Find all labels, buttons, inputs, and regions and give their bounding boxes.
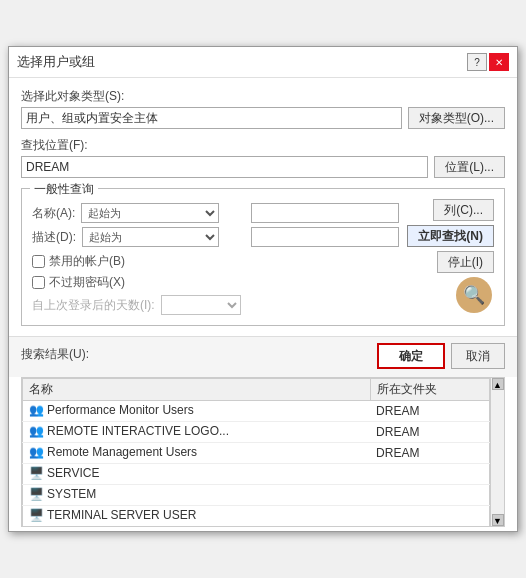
desc-label: 描述(D):	[32, 229, 76, 246]
object-type-button[interactable]: 对象类型(O)...	[408, 107, 505, 129]
query-section-row: 名称(A): 起始为 描述(D): 起始为	[32, 197, 494, 317]
table-row[interactable]: 👥Remote Management UsersDREAM	[23, 443, 490, 464]
days-row: 自上次登录后的天数(I):	[32, 295, 399, 315]
col-folder: 所在文件夹	[370, 379, 489, 401]
table-header-row: 名称 所在文件夹	[23, 379, 490, 401]
table-row[interactable]: 👥Performance Monitor UsersDREAM	[23, 401, 490, 422]
days-select[interactable]	[161, 295, 241, 315]
col-name: 名称	[23, 379, 371, 401]
location-row: 位置(L)...	[21, 156, 505, 178]
results-label: 搜索结果(U):	[21, 346, 371, 363]
dialog-title: 选择用户或组	[17, 53, 95, 71]
name-row: 名称(A): 起始为	[32, 203, 399, 223]
general-query-box: 一般性查询 名称(A): 起始为 描述(D):	[21, 188, 505, 326]
ok-cancel-row: 搜索结果(U): 确定 取消	[9, 336, 517, 377]
cell-folder	[370, 485, 489, 506]
object-type-label: 选择此对象类型(S):	[21, 88, 505, 105]
no-expire-pwd-check[interactable]: 不过期密码(X)	[32, 274, 399, 291]
object-type-row: 对象类型(O)...	[21, 107, 505, 129]
location-label: 查找位置(F):	[21, 137, 505, 154]
cancel-button[interactable]: 取消	[451, 343, 505, 369]
cell-folder: DREAM	[370, 401, 489, 422]
desc-input[interactable]	[251, 227, 399, 247]
close-button[interactable]: ✕	[489, 53, 509, 71]
cell-name: 🖥️SYSTEM	[23, 485, 371, 506]
name-input[interactable]	[251, 203, 399, 223]
query-left: 名称(A): 起始为 描述(D): 起始为	[32, 197, 399, 315]
location-button[interactable]: 位置(L)...	[434, 156, 505, 178]
cell-name: 👥Remote Management Users	[23, 443, 371, 464]
table-row[interactable]: 👥REMOTE INTERACTIVE LOGO...DREAM	[23, 422, 490, 443]
table-wrapper: 名称 所在文件夹 👥Performance Monitor UsersDREAM…	[21, 377, 505, 527]
location-section: 查找位置(F): 位置(L)...	[21, 137, 505, 178]
desc-select[interactable]: 起始为	[82, 227, 219, 247]
col-button[interactable]: 列(C)...	[433, 199, 494, 221]
search-icon-area: 🔍	[454, 277, 494, 317]
checkboxes: 禁用的帐户(B) 不过期密码(X)	[32, 253, 399, 291]
general-query-title: 一般性查询	[30, 181, 98, 198]
results-section: 名称 所在文件夹 👥Performance Monitor UsersDREAM…	[9, 377, 517, 531]
table-row[interactable]: 🖥️SYSTEM	[23, 485, 490, 506]
cell-name: 🖥️TERMINAL SERVER USER	[23, 506, 371, 527]
cell-folder	[370, 464, 489, 485]
query-right-buttons: 列(C)... 立即查找(N) 停止(I) 🔍	[407, 197, 494, 317]
select-user-dialog: 选择用户或组 ? ✕ 选择此对象类型(S): 对象类型(O)... 查找位置(F…	[8, 46, 518, 532]
cell-name: 🖥️SERVICE	[23, 464, 371, 485]
disabled-accounts-check[interactable]: 禁用的帐户(B)	[32, 253, 399, 270]
name-select[interactable]: 起始为	[81, 203, 219, 223]
days-label: 自上次登录后的天数(I):	[32, 297, 155, 314]
object-type-input[interactable]	[21, 107, 402, 129]
find-now-button[interactable]: 立即查找(N)	[407, 225, 494, 247]
results-table: 名称 所在文件夹 👥Performance Monitor UsersDREAM…	[22, 378, 490, 526]
title-bar: 选择用户或组 ? ✕	[9, 47, 517, 78]
stop-button[interactable]: 停止(I)	[437, 251, 494, 273]
help-button[interactable]: ?	[467, 53, 487, 71]
scrollbar[interactable]: ▲ ▼	[490, 378, 504, 526]
search-magnifier-icon: 🔍	[456, 277, 492, 313]
title-controls: ? ✕	[467, 53, 509, 71]
table-row[interactable]: 🖥️SERVICE	[23, 464, 490, 485]
name-label: 名称(A):	[32, 205, 75, 222]
dialog-body: 选择此对象类型(S): 对象类型(O)... 查找位置(F): 位置(L)...…	[9, 78, 517, 336]
ok-button[interactable]: 确定	[377, 343, 445, 369]
location-input[interactable]	[21, 156, 428, 178]
cell-folder: DREAM	[370, 443, 489, 464]
cell-name: 👥REMOTE INTERACTIVE LOGO...	[23, 422, 371, 443]
table-scroll[interactable]: 名称 所在文件夹 👥Performance Monitor UsersDREAM…	[22, 378, 490, 526]
table-row[interactable]: 🖥️TERMINAL SERVER USER	[23, 506, 490, 527]
object-type-section: 选择此对象类型(S): 对象类型(O)...	[21, 88, 505, 129]
cell-folder	[370, 506, 489, 527]
desc-row: 描述(D): 起始为	[32, 227, 399, 247]
cell-name: 👥Performance Monitor Users	[23, 401, 371, 422]
cell-folder: DREAM	[370, 422, 489, 443]
